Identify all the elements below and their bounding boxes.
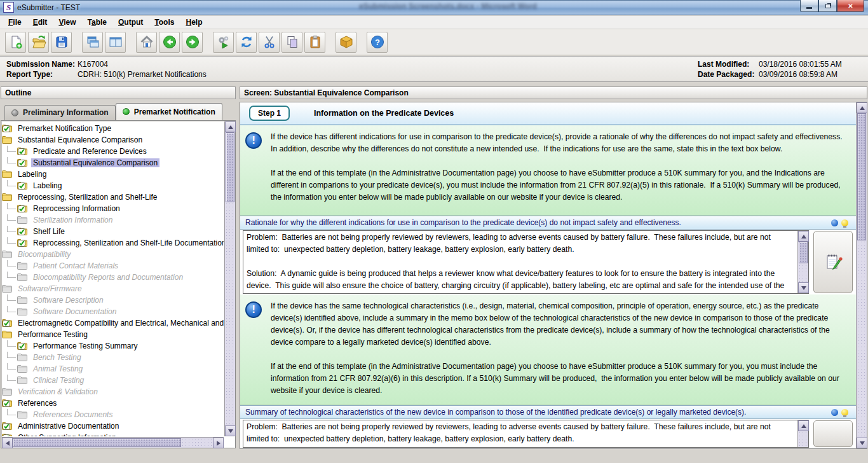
help-button[interactable]: ?	[367, 32, 388, 53]
tree-vertical-scrollbar[interactable]	[224, 121, 235, 436]
tree-item[interactable]: Predicate and Reference Devices	[2, 146, 224, 157]
tree-item[interactable]: Substantial Equivalence Comparison	[2, 157, 224, 169]
forward-button[interactable]	[182, 32, 203, 53]
tree-item[interactable]: Shelf Life	[2, 226, 224, 237]
tree-item[interactable]: Performance Testing Summary	[2, 340, 224, 352]
scroll-thumb[interactable]	[799, 242, 808, 263]
refresh-button[interactable]	[236, 32, 257, 53]
tree-item[interactable]: Software Description	[2, 294, 224, 306]
scroll-down-button[interactable]	[798, 282, 809, 293]
folder-checked-icon	[17, 158, 29, 167]
package-submission-button[interactable]	[336, 32, 356, 53]
home-button[interactable]	[136, 32, 157, 53]
summary-memo-field[interactable]: Problem: Batteries are not being properl…	[243, 420, 797, 447]
menu-file[interactable]: File	[3, 16, 27, 29]
tree-item[interactable]: Clinical Testing	[2, 375, 224, 386]
help-icon: ?	[370, 34, 385, 50]
tree-item[interactable]: Animal Testing	[2, 363, 224, 375]
tree-item[interactable]: Reprocessing, Sterilization and Shelf-Li…	[2, 237, 224, 249]
tree-item[interactable]: Labeling	[2, 169, 224, 180]
restore-button[interactable]	[818, 0, 837, 12]
tree-item[interactable]: Other Supporting Information	[2, 432, 224, 436]
scroll-track[interactable]	[13, 438, 213, 448]
edit-memo-button[interactable]	[813, 420, 853, 447]
tree-item[interactable]: Sterilization Information	[2, 214, 224, 226]
rationale-memo-field[interactable]: Problem: Batteries are not being properl…	[243, 231, 797, 293]
tree-connector	[7, 306, 16, 312]
svg-text:?: ?	[375, 38, 380, 47]
tree-item[interactable]: References	[2, 397, 224, 409]
tree-item[interactable]: Reprocessing Information	[2, 203, 224, 214]
scroll-up-button[interactable]	[798, 420, 809, 431]
copy-button[interactable]	[281, 32, 302, 53]
main-vertical-scrollbar[interactable]	[856, 102, 867, 448]
menu-edit[interactable]: Edit	[27, 16, 53, 29]
tree-item[interactable]: Administrative Documentation	[2, 420, 224, 432]
tree-item[interactable]: Patient Contact Materials	[2, 260, 224, 272]
close-button[interactable]: ✕	[837, 0, 864, 12]
cut-button[interactable]	[259, 32, 280, 53]
submission-info-panel: Submission Name:K167004 Report Type:CDRH…	[0, 56, 868, 82]
scroll-thumb[interactable]	[226, 132, 234, 202]
lightbulb-icon[interactable]	[841, 409, 848, 416]
date-packaged-value: 03/09/2016 08:59:8 AM	[759, 69, 860, 79]
scroll-track[interactable]	[857, 113, 867, 438]
menu-table[interactable]: Table	[82, 16, 112, 29]
tree-item[interactable]: References Documents	[2, 409, 224, 420]
scroll-up-button[interactable]	[798, 231, 809, 242]
tree-item[interactable]: Software/Firmware	[2, 283, 224, 294]
split-view-button[interactable]	[105, 32, 126, 53]
lightbulb-icon[interactable]	[841, 219, 848, 226]
tree-item[interactable]: Reprocessing, Sterilization and Shelf-Li…	[2, 191, 224, 203]
scroll-left-button[interactable]	[2, 438, 13, 448]
tree-item[interactable]: Biocompatibility	[2, 249, 224, 260]
scroll-up-button[interactable]	[225, 121, 236, 132]
menu-output[interactable]: Output	[112, 16, 149, 29]
new-document-button[interactable]	[5, 32, 26, 53]
tree-item[interactable]: Substantial Equivalence Comparison	[2, 134, 224, 146]
tree-item[interactable]: Bench Testing	[2, 352, 224, 363]
menu-view[interactable]: View	[53, 16, 81, 29]
paste-button[interactable]	[304, 32, 325, 53]
memo-vertical-scrollbar[interactable]	[797, 231, 808, 293]
tree-item[interactable]: Labeling	[2, 180, 224, 191]
tree-item[interactable]: Performance Testing	[2, 329, 224, 340]
back-button[interactable]	[159, 32, 180, 53]
home-icon	[139, 34, 154, 50]
scroll-down-button[interactable]	[225, 425, 236, 436]
menu-help[interactable]: Help	[180, 16, 208, 29]
tree-item[interactable]: Software Documentation	[2, 306, 224, 317]
scroll-up-button[interactable]	[857, 102, 867, 113]
memo-vertical-scrollbar[interactable]	[797, 420, 808, 447]
scroll-track[interactable]	[798, 431, 808, 447]
open-project-button[interactable]	[28, 32, 49, 53]
tab-premarket-notification[interactable]: Premarket Notification	[116, 103, 222, 120]
scroll-thumb[interactable]	[857, 113, 866, 240]
note-icon[interactable]	[831, 219, 838, 226]
folder-checked-icon	[2, 433, 13, 436]
scroll-track[interactable]	[798, 242, 808, 282]
scroll-thumb[interactable]	[13, 438, 181, 447]
tree-item[interactable]: Biocompatibility Reports and Documentati…	[2, 272, 224, 283]
scroll-down-button[interactable]	[857, 438, 867, 448]
tree-item[interactable]: Premarket Notification Type	[2, 123, 224, 134]
folder-disabled-icon	[17, 216, 29, 225]
scroll-right-button[interactable]	[213, 438, 224, 448]
tab-preliminary-information[interactable]: Preliminary Information	[4, 105, 116, 120]
minimize-button[interactable]	[800, 0, 818, 12]
note-icon[interactable]	[831, 409, 838, 416]
menu-tools[interactable]: Tools	[149, 16, 180, 29]
run-tools-button[interactable]	[213, 32, 234, 53]
tree-horizontal-scrollbar[interactable]	[2, 437, 224, 448]
tree-item[interactable]: Verification & Validation	[2, 386, 224, 397]
edit-memo-button[interactable]	[813, 231, 853, 293]
tree-item[interactable]: Electromagnetic Compatibility and Electr…	[2, 317, 224, 329]
scroll-track[interactable]	[225, 132, 235, 425]
save-button[interactable]	[51, 32, 72, 53]
tree-connector	[7, 340, 16, 347]
tree-connector	[7, 294, 16, 301]
cascade-windows-button[interactable]	[82, 32, 103, 53]
tab-label: Preliminary Information	[23, 108, 109, 117]
tree-item-label: Software Description	[31, 296, 105, 305]
folder-checked-icon	[17, 181, 29, 190]
